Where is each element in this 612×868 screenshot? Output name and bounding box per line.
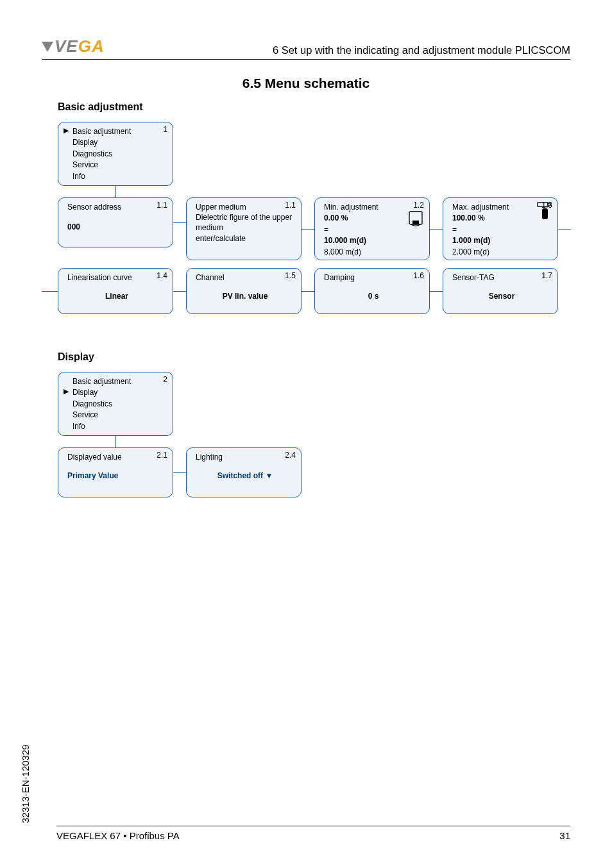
box-eq: = [452,224,551,235]
box-value: 0.00 % [324,213,423,224]
logo-text: VEGA [55,37,105,56]
menu-item: Diagnostics [72,149,166,160]
menu-item: Info [72,171,166,182]
box-value: 1.000 m(d) [452,235,551,246]
connector [115,186,116,197]
svg-rect-4 [542,208,548,219]
box-value: 10.000 m(d) [324,235,423,246]
box-number: 1.4 [157,271,167,280]
selection-arrow-icon: ▶ [64,126,69,135]
box-number: 1.5 [285,271,296,280]
vega-logo: VEGA [42,37,105,56]
box-value: Switched off ▼ [196,471,294,481]
connector [173,472,186,473]
box-title: Linearisation curve [67,272,166,283]
box-title: Displayed value [67,452,166,463]
document-code: 32313-EN-120329 [20,744,31,823]
menu-list: Basic adjustment Display Diagnostics Ser… [58,372,173,437]
box-title: Min. adjustment [324,202,423,213]
box-number: 2 [163,375,167,384]
heading-display: Display [58,351,94,363]
menu-item: Service [72,160,166,171]
selection-arrow-icon: ▶ [64,387,69,396]
page-number: 31 [559,830,570,841]
connector [430,291,443,292]
connector [173,222,186,223]
box-value: 8.000 m(d) [324,247,423,258]
connector [42,291,58,292]
connector [430,229,443,230]
box-value: Primary Value [67,471,166,481]
box-value: 2.000 m(d) [452,247,551,258]
menu-item: Display [72,137,166,148]
box-value: 0 s [324,291,423,302]
tank-low-icon [409,211,423,229]
box-value: Sensor [452,291,551,302]
box-line: Dielectric figure of the upper medium [196,213,294,233]
box-value: 100.00 % [452,213,551,224]
box-number: 1.6 [413,271,424,280]
box-eq: = [324,224,423,235]
menu-item: Basic adjustment [72,376,166,387]
menu-item: Info [72,421,166,432]
menu-box-channel: 1.5 Channel PV lin. value [186,268,302,314]
connector [302,229,314,230]
connector [558,229,571,230]
section-title: 6.5 Menu schematic [0,76,612,91]
box-number: 1.2 [413,201,424,210]
box-number: 1.1 [157,201,167,210]
box-line: enter/calculate [196,233,294,244]
menu-box-main-1: 1 ▶ Basic adjustment Display Diagnostics… [58,122,173,186]
menu-box-displayed-value: 2.1 Displayed value Primary Value [58,447,173,497]
menu-box-min-adjustment: 1.2 Min. adjustment 0.00 % = 10.000 m(d)… [314,197,430,260]
footer-left: VEGAFLEX 67 • Profibus PA [56,830,180,841]
box-title: Lighting [196,452,294,463]
box-value: PV lin. value [196,291,294,302]
chapter-title: 6 Set up with the indicating and adjustm… [273,44,570,56]
box-line: Upper medium [196,202,294,213]
heading-basic-adjustment: Basic adjustment [58,101,142,113]
box-title: Channel [196,272,294,283]
svg-rect-3 [548,203,550,206]
box-number: 1.7 [541,271,552,280]
menu-item: Display [72,387,166,398]
menu-box-main-2: 2 ▶ Basic adjustment Display Diagnostics… [58,372,173,436]
menu-item: Diagnostics [72,399,166,410]
box-number: 2.1 [157,451,167,460]
box-title: Damping [324,272,423,283]
box-title: Sensor-TAG [452,272,551,283]
logo-triangle-icon [42,42,53,52]
menu-item: Service [72,410,166,421]
menu-box-sensor-tag: 1.7 Sensor-TAG Sensor [443,268,558,314]
menu-item: Basic adjustment [72,126,166,137]
box-number: 1 [163,125,167,134]
svg-rect-1 [412,221,419,224]
menu-box-linearisation: 1.4 Linearisation curve Linear [58,268,173,314]
connector [302,291,314,292]
menu-box-max-adjustment: 1.3 Max. adjustment 100.00 % = 1.000 m(d… [443,197,558,260]
box-value: Linear [67,291,166,302]
page-header: VEGA 6 Set up with the indicating and ad… [42,37,570,60]
menu-box-lighting: 2.4 Lighting Switched off ▼ [186,447,302,497]
connector [173,291,186,292]
box-number: 1.1 [285,201,296,210]
menu-box-sensor-address: 1.1 Sensor address 000 [58,197,173,247]
box-value: 000 [67,222,166,233]
menu-box-upper-medium: 1.1 Upper medium Dielectric figure of th… [186,197,302,260]
box-title: Max. adjustment [452,202,551,213]
menu-list: Basic adjustment Display Diagnostics Ser… [58,122,173,187]
tank-high-icon [537,202,551,220]
menu-box-damping: 1.6 Damping 0 s [314,268,430,314]
box-number: 2.4 [285,451,296,460]
page-footer: VEGAFLEX 67 • Profibus PA 31 [56,826,570,841]
connector [115,436,116,447]
svg-rect-2 [538,203,548,206]
box-title: Sensor address [67,202,166,213]
